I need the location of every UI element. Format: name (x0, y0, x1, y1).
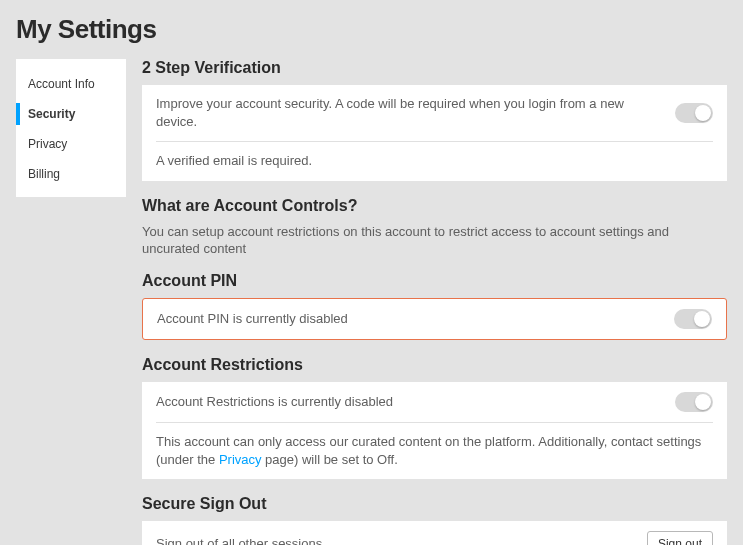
two-step-card: Improve your account security. A code wi… (142, 85, 727, 181)
two-step-note: A verified email is required. (156, 152, 713, 170)
account-restrictions-title: Account Restrictions (142, 356, 727, 374)
account-restrictions-note: This account can only access our curated… (156, 433, 713, 469)
two-step-toggle[interactable] (675, 103, 713, 123)
sidebar-item-security[interactable]: Security (16, 99, 126, 129)
restrictions-note-post: page) will be set to Off. (262, 452, 398, 467)
account-restrictions-card: Account Restrictions is currently disabl… (142, 382, 727, 479)
divider (156, 141, 713, 142)
account-pin-title: Account PIN (142, 272, 727, 290)
sidebar-item-account-info[interactable]: Account Info (16, 69, 126, 99)
account-controls-desc: You can setup account restrictions on th… (142, 223, 727, 258)
secure-sign-out-title: Secure Sign Out (142, 495, 727, 513)
account-restrictions-status: Account Restrictions is currently disabl… (156, 393, 661, 411)
account-pin-card: Account PIN is currently disabled (142, 298, 727, 340)
sidebar-item-privacy[interactable]: Privacy (16, 129, 126, 159)
two-step-title: 2 Step Verification (142, 59, 727, 77)
privacy-link[interactable]: Privacy (219, 452, 262, 467)
secure-sign-out-card: Sign out of all other sessions Sign out (142, 521, 727, 545)
account-controls-title: What are Account Controls? (142, 197, 727, 215)
page-title: My Settings (16, 14, 727, 45)
sidebar-item-billing[interactable]: Billing (16, 159, 126, 189)
account-pin-status: Account PIN is currently disabled (157, 310, 660, 328)
secure-sign-out-desc: Sign out of all other sessions (156, 535, 633, 545)
account-restrictions-toggle[interactable] (675, 392, 713, 412)
two-step-desc: Improve your account security. A code wi… (156, 95, 661, 131)
sign-out-button[interactable]: Sign out (647, 531, 713, 545)
account-pin-toggle[interactable] (674, 309, 712, 329)
main-content: 2 Step Verification Improve your account… (142, 59, 727, 545)
settings-sidebar: Account Info Security Privacy Billing (16, 59, 126, 197)
divider (156, 422, 713, 423)
